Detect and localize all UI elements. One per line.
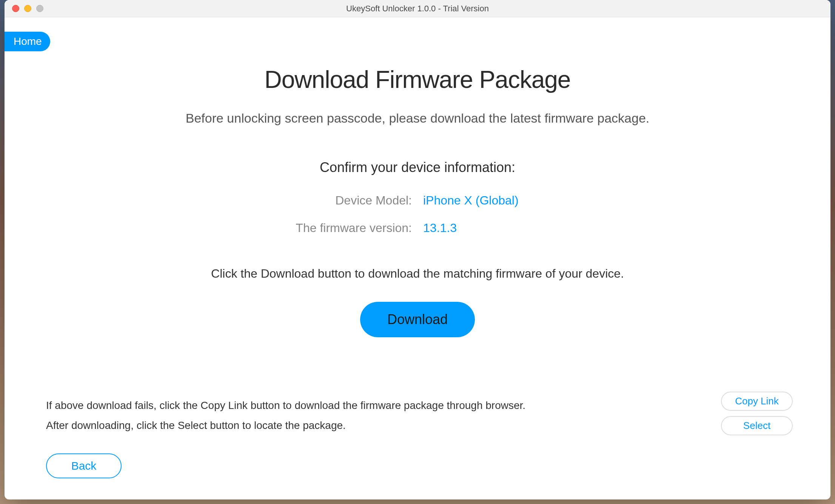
app-window: UkeySoft Unlocker 1.0.0 - Trial Version … — [5, 0, 830, 499]
maximize-icon[interactable] — [36, 5, 43, 12]
download-instruction: Click the Download button to download th… — [5, 267, 830, 281]
fallback-line-2: After downloading, click the Select butt… — [46, 415, 808, 435]
close-icon[interactable] — [12, 5, 19, 12]
home-button[interactable]: Home — [5, 32, 50, 51]
firmware-version-label: The firmware version: — [248, 221, 412, 235]
device-info-grid: Device Model: iPhone X (Global) The firm… — [248, 194, 587, 235]
traffic-lights — [12, 5, 43, 12]
device-model-label: Device Model: — [248, 194, 412, 207]
confirm-heading: Confirm your device information: — [5, 160, 830, 175]
page-subtitle: Before unlocking screen passcode, please… — [5, 111, 830, 126]
device-model-value[interactable]: iPhone X (Global) — [423, 194, 587, 207]
copy-link-button[interactable]: Copy Link — [721, 392, 793, 411]
download-button[interactable]: Download — [360, 302, 475, 337]
fallback-buttons: Copy Link Select — [721, 392, 793, 435]
select-button[interactable]: Select — [721, 416, 793, 435]
content-area: Home Download Firmware Package Before un… — [5, 17, 830, 499]
fallback-section: If above download fails, click the Copy … — [46, 395, 808, 435]
minimize-icon[interactable] — [24, 5, 31, 12]
page-title: Download Firmware Package — [5, 66, 830, 94]
back-button[interactable]: Back — [46, 453, 122, 478]
firmware-version-value[interactable]: 13.1.3 — [423, 221, 587, 235]
titlebar: UkeySoft Unlocker 1.0.0 - Trial Version — [5, 0, 830, 17]
window-title: UkeySoft Unlocker 1.0.0 - Trial Version — [346, 4, 489, 14]
fallback-line-1: If above download fails, click the Copy … — [46, 395, 808, 415]
